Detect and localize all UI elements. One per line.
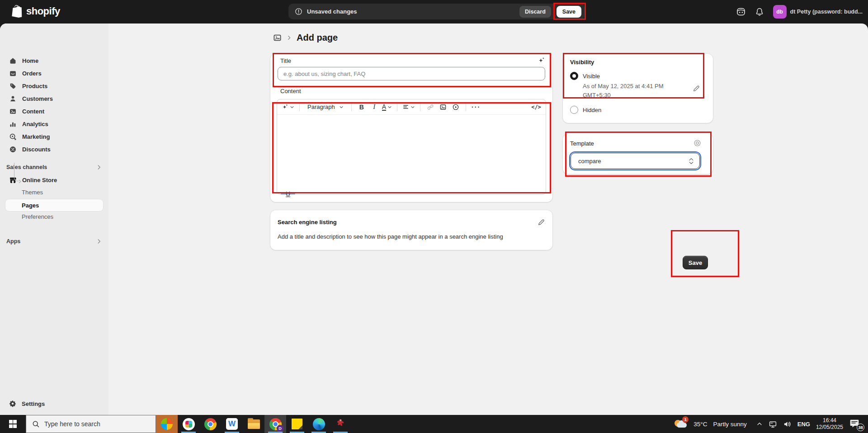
action-center-icon[interactable]: 38	[849, 418, 863, 430]
edit-pencil-icon[interactable]	[538, 218, 545, 226]
tray-chevron-up-icon[interactable]	[756, 421, 763, 427]
sidebar-item-themes[interactable]: Themes	[0, 186, 108, 198]
text-color-button[interactable]: A	[382, 102, 392, 113]
radio-unselected[interactable]	[570, 106, 578, 114]
unsaved-changes-label: Unsaved changes	[307, 8, 357, 15]
sidebar-item-marketing[interactable]: Marketing	[0, 130, 108, 143]
taskbar-search-input[interactable]	[44, 420, 144, 428]
paragraph-style-dropdown[interactable]: Paragraph	[305, 102, 346, 113]
language-indicator[interactable]: ENG	[797, 421, 810, 428]
sidebar-item-label: Online Store	[22, 177, 57, 184]
sidebar-item-label: Content	[22, 108, 44, 115]
content-field-label: Content	[280, 88, 301, 94]
sidebar-item-label: Discounts	[22, 146, 51, 153]
edge-icon	[313, 418, 325, 430]
preview-eye-icon[interactable]	[693, 139, 701, 147]
ai-assist-button[interactable]	[282, 102, 294, 113]
volume-icon[interactable]	[783, 420, 792, 428]
sidebar-item-orders[interactable]: Orders	[0, 67, 108, 80]
underline-button[interactable]: U	[281, 193, 295, 194]
start-button[interactable]	[0, 415, 26, 433]
rich-text-editor[interactable]: Paragraph B I U A	[277, 99, 546, 195]
template-card-title: Template	[570, 140, 706, 147]
topbar: shopify Unsaved changes Discard Save db …	[0, 0, 868, 24]
template-selected-value: compare	[578, 158, 689, 165]
pages-breadcrumb-icon[interactable]	[273, 33, 282, 42]
save-button-floating[interactable]: Save	[683, 256, 708, 269]
sidebar-item-customers[interactable]: Customers	[0, 92, 108, 105]
visibility-card-title: Visibility	[570, 59, 706, 66]
sidekick-icon[interactable]	[736, 7, 746, 17]
sidebar-item-label: Analytics	[22, 121, 48, 127]
sidebar-item-discounts[interactable]: Discounts	[0, 143, 108, 155]
alignment-button[interactable]	[402, 102, 415, 113]
nav-connector-arrow-icon	[18, 179, 23, 184]
brand-name: shopify	[26, 5, 60, 17]
weather-temp[interactable]: 35°C	[693, 421, 707, 428]
taskbar-app-copilot[interactable]	[156, 415, 178, 433]
sidebar-item-label: Customers	[22, 95, 53, 102]
title-field-label: Title	[280, 57, 291, 64]
user-menu[interactable]: db dt Petty (password: budd...	[773, 5, 863, 19]
visibility-visible-option[interactable]: Visible	[570, 72, 706, 80]
topbar-right: db dt Petty (password: budd...	[736, 0, 863, 24]
sidebar-item-pages[interactable]: Pages	[5, 199, 103, 211]
weather-icon[interactable]: 1	[674, 418, 688, 430]
notification-count-badge: 38	[857, 424, 864, 431]
taskbar-app-word[interactable]: W	[221, 415, 243, 433]
visibility-hidden-option[interactable]: Hidden	[570, 106, 706, 114]
orders-icon	[9, 70, 17, 77]
network-icon[interactable]	[769, 420, 777, 428]
sales-channels-label: Sales channels	[6, 164, 96, 170]
save-button-topbar[interactable]: Save	[557, 6, 581, 18]
taskbar-app-chrome-profile[interactable]: D	[264, 415, 286, 433]
taskbar-app-file-explorer[interactable]	[243, 415, 264, 433]
shopify-logo[interactable]: shopify	[12, 5, 60, 18]
italic-button[interactable]: I	[369, 102, 379, 113]
taskbar-clock[interactable]: 16:44 12/05/2025	[816, 417, 843, 431]
content-icon	[9, 108, 17, 115]
taskbar-app-creature[interactable]	[330, 415, 351, 433]
sidebar-item-products[interactable]: Products	[0, 80, 108, 92]
insert-video-icon[interactable]	[451, 102, 461, 113]
discard-button[interactable]: Discard	[519, 6, 551, 18]
sidebar-item-label: Settings	[22, 400, 45, 407]
sidebar-item-home[interactable]: Home	[0, 54, 108, 67]
weather-condition[interactable]: Partly sunny	[713, 421, 746, 428]
title-input[interactable]	[278, 67, 545, 80]
products-icon	[9, 82, 17, 90]
more-options-button[interactable]: ···	[471, 102, 481, 113]
user-avatar: db	[773, 5, 787, 19]
edit-visibility-pencil-icon[interactable]	[693, 85, 700, 92]
red-creature-icon	[335, 418, 346, 430]
sidebar-item-preferences[interactable]: Preferences	[0, 211, 108, 222]
taskbar-app-edge[interactable]	[308, 415, 330, 433]
breadcrumb-chevron-icon	[286, 35, 292, 41]
sidebar-section-apps[interactable]: Apps	[0, 235, 108, 248]
sidebar-item-analytics[interactable]: Analytics	[0, 118, 108, 130]
shopify-bag-icon	[12, 5, 23, 18]
insert-image-icon[interactable]	[438, 102, 448, 113]
taskbar-app-sticky-notes[interactable]	[286, 415, 308, 433]
customers-icon	[9, 95, 17, 103]
template-select[interactable]: compare	[571, 153, 700, 169]
editor-body[interactable]	[277, 115, 546, 194]
chevron-right-icon	[96, 164, 102, 170]
sidebar-item-settings[interactable]: Settings	[0, 397, 108, 410]
link-icon[interactable]	[425, 102, 435, 113]
breadcrumb: Add page	[273, 33, 338, 43]
sidebar-item-label: Products	[22, 83, 47, 89]
sidebar-item-content[interactable]: Content	[0, 105, 108, 118]
show-html-button[interactable]: </>	[531, 102, 541, 113]
radio-selected[interactable]	[570, 72, 578, 80]
search-engine-listing-card: Search engine listing Add a title and de…	[270, 210, 552, 250]
gear-icon	[9, 400, 16, 407]
ai-sparkle-icon[interactable]	[538, 56, 545, 64]
search-icon	[32, 420, 40, 428]
taskbar-app-chrome[interactable]	[199, 415, 221, 433]
bold-button[interactable]: B	[357, 102, 367, 113]
taskbar-app-slack[interactable]	[178, 415, 199, 433]
notifications-bell-icon[interactable]	[755, 7, 764, 16]
unsaved-changes-bar: Unsaved changes Discard Save	[288, 4, 585, 19]
taskbar-search[interactable]	[26, 415, 156, 433]
